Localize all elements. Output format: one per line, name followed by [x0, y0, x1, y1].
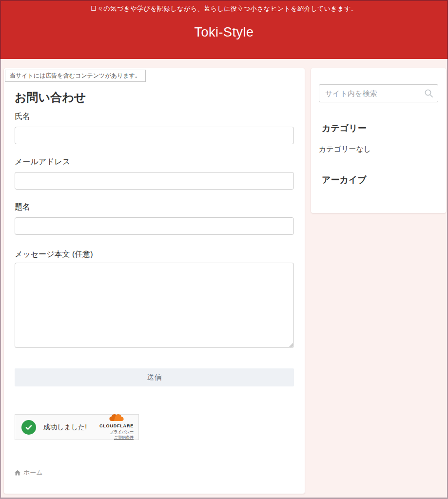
turnstile-status-text: 成功しました!: [43, 423, 99, 432]
cloudflare-brand-name: CLOUDFLARE: [99, 424, 134, 428]
site-search: [319, 84, 438, 102]
submit-button[interactable]: 送信: [15, 368, 294, 386]
breadcrumb-home-link[interactable]: ホーム: [23, 468, 43, 477]
sidebar-heading-archive: アーカイブ: [322, 175, 438, 185]
email-field[interactable]: [15, 172, 294, 190]
turnstile-privacy-link[interactable]: プライバシー: [110, 430, 134, 435]
subject-field[interactable]: [15, 217, 294, 235]
contact-card: 当サイトには広告を含むコンテンツがあります。 お問い合わせ 氏名 メールアドレス…: [4, 68, 305, 494]
form-group-subject: 題名: [15, 202, 294, 235]
site-title[interactable]: Toki-Style: [0, 25, 448, 40]
search-input[interactable]: [319, 84, 438, 102]
turnstile-terms-link[interactable]: ご契約条件: [114, 435, 134, 441]
search-icon[interactable]: [424, 89, 433, 100]
sidebar-heading-categories: カテゴリー: [322, 123, 438, 133]
cloudflare-turnstile-widget: 成功しました! CLOUDFLARE プライバシー ご契約条件: [15, 414, 139, 440]
cloudflare-brand: CLOUDFLARE プライバシー ご契約条件: [99, 414, 134, 441]
contact-form: 氏名 メールアドレス 題名 メッセージ本文 (任意) 送信: [15, 112, 294, 386]
ad-disclosure-notice: 当サイトには広告を含むコンテンツがあります。: [5, 70, 146, 82]
cloudflare-logo-icon: [107, 414, 126, 423]
email-label: メールアドレス: [15, 157, 294, 167]
sidebar-item-no-categories[interactable]: カテゴリーなし: [319, 145, 438, 154]
message-label: メッセージ本文 (任意): [15, 250, 294, 259]
success-check-icon: [21, 420, 36, 435]
form-group-email: メールアドレス: [15, 157, 294, 190]
name-label: 氏名: [15, 112, 294, 121]
subject-label: 題名: [15, 202, 294, 212]
breadcrumb: ホーム: [15, 468, 294, 477]
sidebar: カテゴリー カテゴリーなし アーカイブ: [311, 68, 446, 213]
site-tagline: 日々の気づきや学びを記録しながら、暮らしに役立つ小さなヒントを紹介していきます。: [0, 4, 448, 13]
content-area: 当サイトには広告を含むコンテンツがあります。 お問い合わせ 氏名 メールアドレス…: [0, 68, 448, 494]
site-header: 日々の気づきや学びを記録しながら、暮らしに役立つ小さなヒントを紹介していきます。…: [0, 0, 448, 59]
message-field[interactable]: [15, 263, 294, 348]
form-group-name: 氏名: [15, 112, 294, 144]
turnstile-links: プライバシー ご契約条件: [110, 430, 134, 441]
form-group-message: メッセージ本文 (任意): [15, 250, 294, 350]
page-title: お問い合わせ: [15, 91, 294, 104]
name-field[interactable]: [15, 127, 294, 144]
home-icon: [15, 470, 20, 476]
